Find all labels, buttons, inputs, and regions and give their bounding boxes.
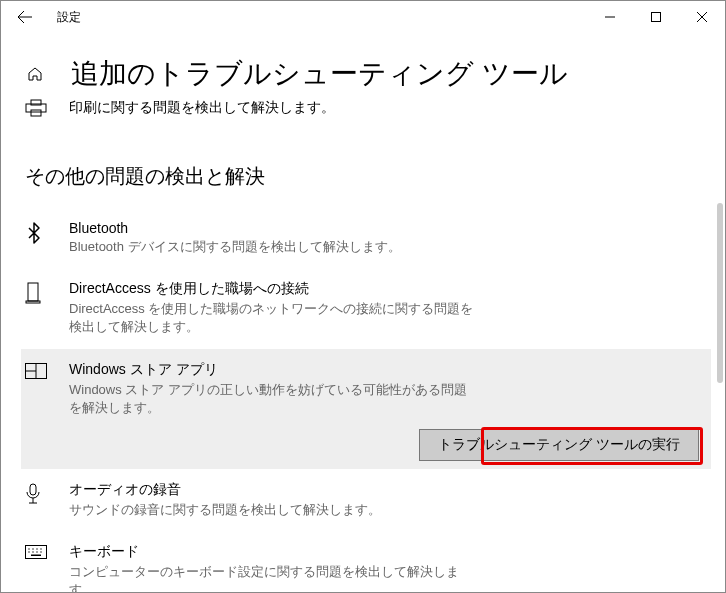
scrollbar[interactable] — [711, 33, 725, 592]
titlebar: 設定 — [1, 1, 725, 33]
svg-point-16 — [40, 548, 41, 549]
svg-point-13 — [28, 548, 29, 549]
troubleshoot-item-bluetooth[interactable]: Bluetooth Bluetooth デバイスに関する問題を検出して解決します… — [25, 208, 701, 268]
troubleshoot-item-keyboard[interactable]: キーボード コンピューターのキーボード設定に関する問題を検出して解決します。 — [25, 531, 701, 593]
scrollbar-thumb[interactable] — [717, 203, 723, 383]
minimize-icon — [605, 12, 615, 22]
close-button[interactable] — [679, 1, 725, 33]
header-desc: 印刷に関する問題を検出して解決します。 — [69, 99, 701, 117]
apps-icon — [25, 363, 47, 417]
bluetooth-icon — [25, 222, 43, 256]
item-title: Windows ストア アプリ — [69, 361, 474, 379]
item-desc: Bluetooth デバイスに関する問題を検出して解決します。 — [69, 238, 474, 256]
window-title: 設定 — [49, 9, 81, 26]
arrow-left-icon — [17, 9, 33, 25]
home-icon[interactable] — [25, 65, 45, 83]
maximize-icon — [651, 12, 661, 22]
item-desc: DirectAccess を使用した職場のネットワークへの接続に関する問題を検出… — [69, 300, 474, 336]
svg-rect-5 — [26, 301, 40, 303]
back-button[interactable] — [1, 1, 49, 33]
item-desc: サウンドの録音に関する問題を検出して解決します。 — [69, 501, 474, 519]
item-desc: コンピューターのキーボード設定に関する問題を検出して解決します。 — [69, 563, 474, 593]
svg-rect-3 — [31, 110, 41, 116]
maximize-button[interactable] — [633, 1, 679, 33]
computer-icon — [25, 282, 41, 336]
minimize-button[interactable] — [587, 1, 633, 33]
svg-point-14 — [32, 548, 33, 549]
close-icon — [697, 12, 707, 22]
keyboard-icon — [25, 545, 47, 593]
item-title: Bluetooth — [69, 220, 474, 236]
svg-rect-0 — [652, 13, 661, 22]
troubleshoot-item-audio[interactable]: オーディオの録音 サウンドの録音に関する問題を検出して解決します。 — [25, 469, 701, 531]
microphone-icon — [25, 483, 41, 519]
svg-point-17 — [28, 551, 29, 552]
item-title: オーディオの録音 — [69, 481, 474, 499]
svg-point-19 — [36, 551, 37, 552]
content-area: 追加のトラブルシューティング ツール 印刷に関する問題を検出して解決します。 そ… — [1, 33, 725, 593]
troubleshoot-item-directaccess[interactable]: DirectAccess を使用した職場への接続 DirectAccess を使… — [25, 268, 701, 348]
troubleshoot-item-storeapps[interactable]: Windows ストア アプリ Windows ストア アプリの正しい動作を妨げ… — [21, 349, 725, 469]
item-title: キーボード — [69, 543, 474, 561]
run-troubleshooter-button[interactable]: トラブルシューティング ツールの実行 — [419, 429, 699, 461]
section-heading: その他の問題の検出と解決 — [25, 163, 701, 190]
svg-point-15 — [36, 548, 37, 549]
svg-point-20 — [40, 551, 41, 552]
item-title: DirectAccess を使用した職場への接続 — [69, 280, 474, 298]
header-printer-row: 印刷に関する問題を検出して解決します。 — [25, 99, 701, 117]
breadcrumb: 追加のトラブルシューティング ツール — [25, 55, 701, 93]
svg-rect-21 — [31, 555, 41, 557]
item-desc: Windows ストア アプリの正しい動作を妨げている可能性がある問題を解決しま… — [69, 381, 474, 417]
svg-rect-9 — [30, 484, 36, 495]
printer-icon — [25, 99, 47, 117]
svg-rect-4 — [28, 283, 38, 301]
page-title: 追加のトラブルシューティング ツール — [71, 55, 568, 93]
svg-point-18 — [32, 551, 33, 552]
